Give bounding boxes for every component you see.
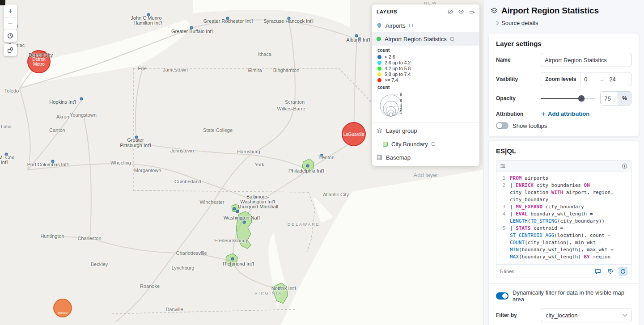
timeslider-button[interactable] [4,30,17,42]
legend-color-dot [377,78,381,82]
cluster-marker[interactable]: Detroit Metro [27,50,51,73]
name-row: Name [496,53,631,67]
filter-by-value: city_location [546,312,578,319]
esql-code[interactable]: 1FROM airports2| ENRICH city_boundaries … [496,172,631,264]
layer-group-icon [377,128,382,134]
layer-name: Airport Region Statistics [385,36,447,42]
feedback-button[interactable] [593,267,602,276]
kibana-maps-app: Detroit MetroLaGuardiaBristol FlintPonti… [0,0,644,325]
layer-item-airports[interactable]: Airports [372,19,479,32]
layer-group-label: Layer group [386,127,417,134]
legend-class-label: < 2.6 [385,54,395,59]
airport-point-marker[interactable] [243,221,246,224]
legend-class-label: 2.6 up to 4.2 [385,60,411,65]
flyout-header: Airport Region Statistics Source details [483,0,644,29]
layer-group-item[interactable]: Layer group [372,124,479,137]
esql-title: ES|QL [496,147,631,155]
editor-settings-icon[interactable] [500,163,506,169]
refresh-icon [620,268,626,274]
info-icon[interactable] [622,163,627,169]
reorder-layers-icon[interactable] [469,8,475,15]
show-tooltips-toggle[interactable] [496,122,508,129]
attribution-label: Attribution [496,111,541,117]
legend-size-circles: 96321 [377,91,474,118]
cluster-marker[interactable]: LaGuardia [342,122,366,146]
add-attribution-button[interactable]: Add attribution [541,110,589,117]
legend-class-row: 5.8 up to 7.4 [377,72,474,77]
airport-point-marker[interactable] [80,97,83,101]
visibility-label: Visibility [496,76,541,82]
opacity-value-input[interactable] [601,92,618,105]
filter-by-select[interactable]: city_location [541,308,631,322]
airport-point-marker[interactable] [190,26,193,30]
airport-point-marker[interactable] [355,34,358,38]
show-tooltips-row: Show tooltips [496,122,631,129]
airport-point-marker[interactable] [236,210,239,213]
cluster-marker[interactable]: Bristol [53,299,72,317]
legend-color-dot [377,67,381,71]
airport-point-marker[interactable] [278,287,281,290]
zoom-out-button[interactable]: − [4,17,17,30]
hide-all-layers-icon[interactable] [447,8,453,15]
airport-point-marker[interactable] [358,38,361,41]
layer-settings-card: Layer settings Name Visibility Zoom leve… [489,34,639,136]
legend-class-label: >= 7.4 [385,77,398,83]
airport-point-marker[interactable] [233,207,236,211]
legend-class-label: 5.8 up to 7.4 [385,72,411,77]
dynamic-filter-toggle[interactable] [496,292,508,300]
zoom-in-button[interactable]: + [4,4,17,17]
zoom-max-input[interactable] [606,76,623,83]
comment-icon [595,268,601,274]
esql-editor: 1FROM airports2| ENRICH city_boundaries … [496,160,631,278]
show-tooltips-label: Show tooltips [513,122,547,129]
airport-point-marker[interactable] [231,257,234,261]
atlantic-ocean [281,170,483,325]
esql-card: ES|QL 1FROM airports2| ENRICH c [489,141,639,325]
basemap-grid-icon [377,155,382,160]
airport-point-marker[interactable] [240,217,243,220]
layer-settings-title: Layer settings [496,40,631,47]
lake-ontario [193,0,350,28]
legend-class-row: 4.2 up to 5.8 [377,66,474,71]
airport-point-marker[interactable] [226,17,229,20]
airport-point-marker[interactable] [135,136,138,139]
esql-code-line: 3| MV_EXPAND city_boundary [499,203,627,211]
polygon-layer-icon [383,142,388,147]
layer-item-city-boundary[interactable]: City Boundary [372,137,479,151]
legend-size-field-label: count [377,85,474,90]
line-count: 5 lines [500,269,593,274]
run-query-button[interactable] [619,267,627,276]
attribution-row: Attribution Add attribution [496,110,631,117]
map-canvas[interactable]: Detroit MetroLaGuardiaBristol FlintPonti… [0,0,483,325]
show-all-layers-icon[interactable] [458,8,464,15]
opacity-value-control: % [600,91,631,106]
source-details-label: Source details [501,20,538,26]
airport-point-marker[interactable] [5,153,8,156]
layer-item-basemap[interactable]: Basemap [372,151,479,164]
percent-suffix: % [618,92,631,105]
map-tools-button[interactable] [4,44,17,56]
query-history-button[interactable] [606,267,615,276]
add-layer-button[interactable]: Add layer [402,171,450,179]
opacity-slider[interactable] [541,95,595,101]
airport-point-marker[interactable] [51,160,55,163]
legend-class-row: < 2.6 [377,54,474,59]
layer-item-airport-region-statistics[interactable]: Airport Region Statistics [372,32,479,46]
airport-point-marker[interactable] [306,165,309,168]
legend-field-label: count [377,48,474,53]
legend-color-classes: < 2.62.6 up to 4.24.2 up to 5.85.8 up to… [377,54,474,83]
airport-point-marker[interactable] [147,13,150,17]
airport-point-marker[interactable] [288,17,291,20]
legend-size-values: 96321 [400,91,409,117]
layers-panel-title: LAYERS [377,9,447,14]
airport-point-marker[interactable] [320,154,323,157]
legend-size-value: 6 [400,98,402,103]
legend-class-row: >= 7.4 [377,77,474,83]
zoom-min-input[interactable] [580,76,598,83]
flyout-title: Airport Region Statistics [501,6,599,16]
source-details-accordion[interactable]: Source details [495,20,538,26]
layer-name-input[interactable] [541,53,631,67]
circle-layer-icon [377,37,381,41]
layers-panel: LAYERS [372,4,479,166]
slider-thumb[interactable] [578,95,585,101]
